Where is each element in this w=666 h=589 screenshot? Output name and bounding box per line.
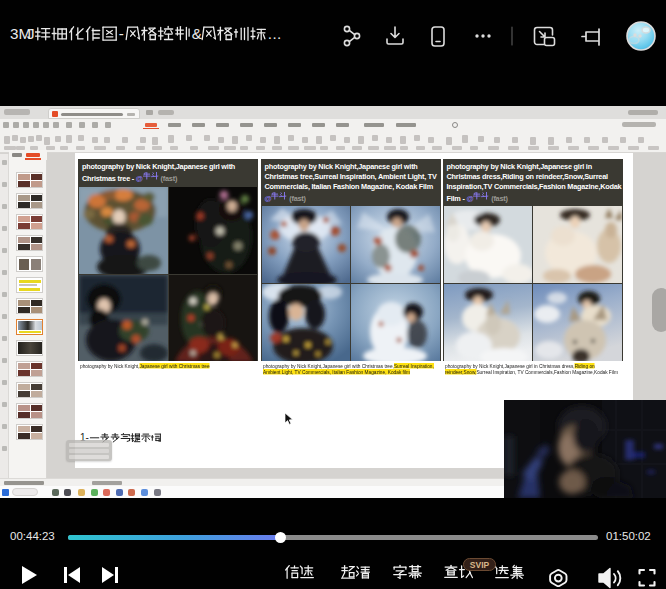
- svg-text:.: .: [277, 25, 281, 42]
- svg-text:J: J: [27, 25, 35, 42]
- svg-text:.: .: [268, 25, 272, 42]
- svg-text:-: -: [119, 25, 124, 42]
- svg-text:&: &: [192, 25, 202, 42]
- svg-text:3: 3: [10, 25, 18, 42]
